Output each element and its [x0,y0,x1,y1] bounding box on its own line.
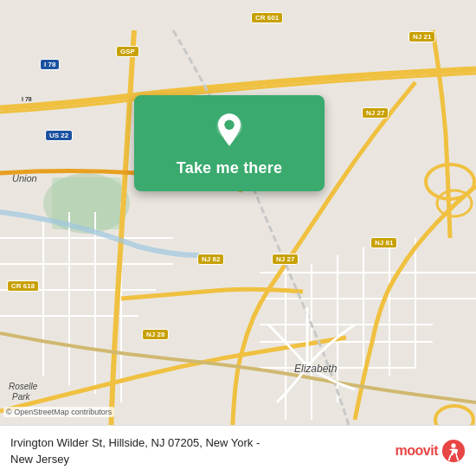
svg-text:Union: Union [12,173,37,183]
shield-nj82: NJ 82 [197,254,224,265]
svg-text:Park: Park [12,392,31,402]
moovit-app-name: moovit [396,443,438,459]
shield-nj28: NJ 28 [142,329,169,340]
shield-cr618: CR 618 [7,280,39,292]
take-me-there-label[interactable]: Take me there [177,159,282,177]
shield-nj27: NJ 27 [272,254,299,265]
moovit-icon [441,439,466,463]
location-pin-icon [210,111,248,149]
shield-nj21: NJ 21 [408,31,435,42]
shield-nj27b: NJ 27 [362,107,389,119]
address-text: Irvington Wilder St, Hillside, NJ 07205,… [10,436,260,466]
map-roads: I 78 Union Hillside [0,0,476,476]
shield-i78: I 78 [40,59,60,70]
moovit-logo: moovit [396,439,466,463]
svg-point-33 [451,443,455,447]
shield-gsp: GSP [116,46,139,57]
shield-us22: US 22 [45,130,73,141]
shield-cr601: CR 601 [251,12,283,23]
address-block: Irvington Wilder St, Hillside, NJ 07205,… [10,434,385,467]
svg-point-31 [224,120,234,130]
map-container: I 78 Union Hillside [0,0,476,476]
action-card[interactable]: Take me there [134,95,325,191]
bottom-bar: Irvington Wilder St, Hillside, NJ 07205,… [0,425,476,476]
osm-attribution: © OpenStreetMap contributors [3,407,114,417]
svg-text:Roselle: Roselle [9,382,38,391]
svg-text:Elizabeth: Elizabeth [294,363,338,375]
svg-text:I 78: I 78 [22,96,32,102]
shield-nj81: NJ 81 [370,237,397,248]
